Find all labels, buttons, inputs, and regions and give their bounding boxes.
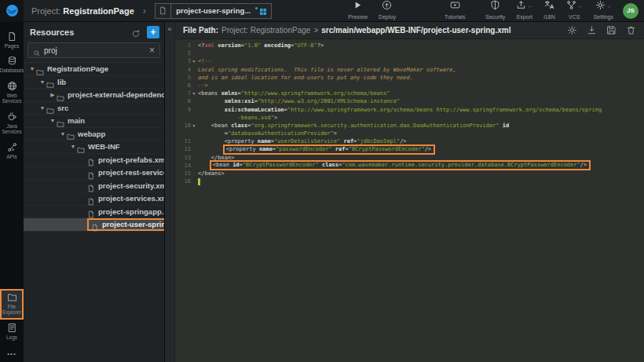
tree-item-main[interactable]: ▼main (24, 115, 164, 128)
code-line-16[interactable]: 16 (175, 177, 644, 185)
pages-label: Pages (5, 43, 19, 49)
databases-label: Databases (0, 68, 24, 73)
pages-icon (7, 31, 17, 42)
chevron-down-icon[interactable]: ▼ (38, 105, 46, 111)
delete-icon[interactable] (626, 25, 636, 35)
sidebar-item-file-explorer[interactable]: File Explorer (0, 289, 24, 320)
tree-item-project-prefabs.xml[interactable]: project-prefabs.xml (24, 154, 164, 167)
deploy-icon (382, 0, 392, 13)
tree-item-WEB-INF[interactable]: ▼WEB-INF (24, 141, 164, 154)
code-line-12[interactable]: 12 <property name="passwordEncoder" ref=… (175, 145, 644, 153)
line-number: 1 (175, 42, 191, 49)
download-icon[interactable] (587, 25, 597, 35)
security-button[interactable]: Security (480, 2, 510, 20)
web-services-icon (7, 81, 17, 91)
line-number: 5 (175, 74, 191, 82)
code-line-4[interactable]: 4Local spring modifications. This file i… (175, 66, 644, 74)
chevron-down-icon[interactable]: ▼ (28, 66, 36, 71)
code-line-wrap[interactable]: -beans.xsd"> (175, 114, 644, 122)
search-input[interactable] (44, 46, 146, 55)
tree-item-project-external-dependency-jars[interactable]: ▶project-external-dependency-jars (24, 89, 164, 102)
file-tree: ▼RegistrationPage▼lib▶project-external-d… (24, 62, 164, 362)
java-services-label: Java Services (0, 123, 24, 135)
file-tab[interactable]: project-user-spring... (155, 3, 272, 19)
tree-item-webapp[interactable]: ▼webapp (24, 128, 164, 141)
resources-title: Resources (30, 27, 131, 37)
vcs-button[interactable]: VCS (561, 2, 588, 20)
code-line-6[interactable]: 6--> (175, 82, 644, 90)
export-button[interactable]: Export (510, 2, 538, 20)
line-number: 10 (175, 122, 191, 130)
code-line-wrap[interactable]: ="databaseAuthenticationProvider"> (175, 130, 644, 137)
i18n-label: i18N (543, 14, 554, 20)
tutorials-label: Tutorials (445, 14, 466, 20)
deploy-button[interactable]: Deploy (373, 2, 401, 20)
code-line-15[interactable]: 15</beans> (175, 170, 644, 177)
chevron-down-icon[interactable]: ▼ (49, 118, 57, 123)
fold-toggle-icon[interactable]: ▼ (191, 122, 197, 130)
tutorials-button[interactable]: Tutorials (439, 2, 471, 20)
sidebar-item-databases[interactable]: Databases (0, 53, 24, 77)
tree-item-RegistrationPage[interactable]: ▼RegistrationPage (24, 63, 164, 76)
editor-toolbar (567, 25, 636, 35)
search-icon (33, 46, 41, 54)
markup-grid-icon[interactable] (259, 5, 267, 19)
line-number: 15 (175, 170, 191, 177)
file-icon (156, 3, 171, 18)
code-line-10[interactable]: 10▼ <bean class="org.springframework.sec… (175, 122, 644, 130)
sidebar-item-logs[interactable]: Logs (0, 320, 24, 344)
editor-settings-icon[interactable] (567, 25, 577, 35)
folder-icon (57, 91, 64, 99)
clear-search-icon[interactable]: × (149, 46, 155, 55)
chevron-down-icon[interactable]: ▼ (38, 79, 46, 85)
file-icon (87, 155, 95, 163)
save-icon[interactable] (606, 25, 617, 35)
fold-toggle-icon[interactable]: ▼ (191, 57, 197, 65)
tree-item-project-springapp.xml[interactable]: project-springapp.xml (24, 206, 164, 219)
sidebar-item-java-services[interactable]: Java Services (0, 108, 24, 139)
tree-item-src[interactable]: ▼src (24, 102, 164, 115)
tree-item-lib[interactable]: ▼lib (24, 76, 164, 90)
wavemaker-logo-icon[interactable] (0, 0, 24, 22)
tree-item-label: project-user-spring.xml (102, 220, 164, 229)
chevron-down-icon[interactable]: ▼ (59, 131, 67, 137)
folder-icon (46, 104, 54, 112)
code-line-5[interactable]: 5and is an ideal location for end-users … (175, 74, 644, 82)
line-number: 6 (175, 82, 191, 90)
file-path-value: src/main/webapp/WEB-INF/project-user-spr… (321, 26, 510, 35)
settings-button[interactable]: Settings (588, 2, 619, 20)
sidebar-item-web-services[interactable]: Web Services (0, 78, 24, 108)
resource-search-box[interactable]: × (27, 42, 160, 58)
code-line-3[interactable]: 3▼<!-- (175, 57, 644, 65)
code-line-2[interactable]: 2 (175, 49, 644, 57)
tree-item-project-security.xml[interactable]: project-security.xml (24, 180, 164, 193)
apis-label: APIs (6, 154, 17, 159)
refresh-icon[interactable] (131, 27, 141, 37)
file-path-separator: > (313, 26, 318, 35)
fold-toggle-icon[interactable]: ▼ (191, 90, 197, 97)
tree-item-project-rest-service.xml[interactable]: project-rest-service.xml (24, 166, 164, 180)
tree-item-label: lib (57, 78, 66, 86)
tree-item-label: project-external-dependency-jars (68, 90, 164, 99)
code-line-8[interactable]: 8 xmlns:xsi="http://www.w3.org/2001/XMLS… (175, 97, 644, 105)
sidebar-item-apis[interactable]: APIs (0, 139, 24, 163)
folder-icon (77, 143, 85, 151)
preview-button[interactable]: Preview (342, 2, 373, 20)
code-line-1[interactable]: 1<?xml version="1.0" encoding="UTF-8"?> (175, 42, 644, 49)
i18n-button[interactable]: Ai18N (538, 2, 560, 20)
user-avatar[interactable]: JS (623, 3, 639, 19)
code-line-9[interactable]: 9 xsi:schemaLocation="http://www.springf… (175, 106, 644, 114)
sidebar-item-pages[interactable]: Pages (0, 28, 24, 53)
chevron-down-icon[interactable]: ▼ (69, 144, 77, 149)
tree-item-project-services.xml[interactable]: project-services.xml (24, 192, 164, 206)
add-resource-button[interactable]: + (147, 26, 159, 38)
code-line-14[interactable]: 14 <bean id="BCryptPasswordEncoder" clas… (175, 162, 644, 170)
code-area[interactable]: 1<?xml version="1.0" encoding="UTF-8"?>2… (175, 39, 644, 362)
tree-item-project-user-spring.xml[interactable]: project-user-spring.xml (24, 218, 164, 232)
code-line-7[interactable]: 7▼<beans xmlns="http://www.springframewo… (175, 90, 644, 97)
file-icon (91, 221, 99, 229)
resources-header: Resources + (24, 22, 164, 42)
collapse-panel-button[interactable]: « (165, 22, 175, 362)
more-options-dots-icon[interactable]: ••• (7, 344, 16, 359)
chevron-right-icon[interactable]: ▶ (49, 92, 57, 98)
